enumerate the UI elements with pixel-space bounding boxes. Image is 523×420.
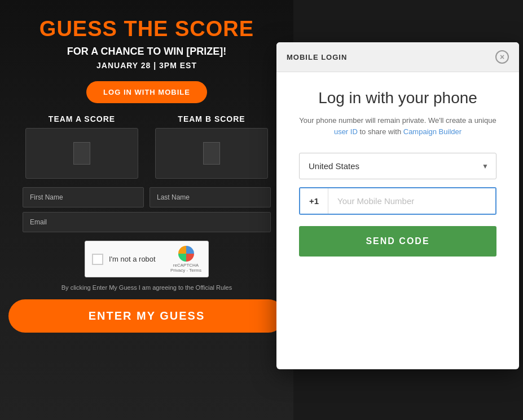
main-title: GUESS THE SCORE xyxy=(39,17,254,41)
team-b-block: TEAM B SCORE xyxy=(155,114,268,179)
modal-heading: Log in with your phone xyxy=(318,89,477,107)
modal-description: Your phone number will remain private. W… xyxy=(299,115,496,137)
recaptcha-links: Privacy - Terms xyxy=(170,268,201,273)
last-name-input[interactable] xyxy=(150,187,271,207)
team-a-label: TEAM A SCORE xyxy=(49,114,115,123)
first-name-input[interactable] xyxy=(23,187,144,207)
mobile-login-modal: MOBILE LOGIN × Log in with your phone Yo… xyxy=(276,42,519,369)
modal-body: Log in with your phone Your phone number… xyxy=(276,72,519,369)
captcha-label: I'm not a robot xyxy=(109,255,165,263)
campaign-builder-link[interactable]: Campaign Builder xyxy=(403,127,462,136)
recaptcha-brand: reCAPTCHA xyxy=(173,263,199,268)
team-b-label: TEAM B SCORE xyxy=(178,114,245,123)
login-with-mobile-button[interactable]: LOG IN WITH MOBILE xyxy=(86,81,207,103)
user-id-link[interactable]: user ID xyxy=(334,127,358,136)
phone-prefix: +1 xyxy=(300,188,328,214)
enter-my-guess-button[interactable]: ENTER MY GUESS xyxy=(8,299,285,333)
phone-input-row: +1 xyxy=(299,187,496,215)
scores-section: TEAM A SCORE TEAM B SCORE xyxy=(17,114,276,179)
email-input[interactable] xyxy=(23,212,271,232)
team-a-inner xyxy=(73,142,90,165)
team-a-input[interactable] xyxy=(25,128,138,179)
country-select[interactable]: United States Canada United Kingdom Aust… xyxy=(299,153,496,179)
team-a-block: TEAM A SCORE xyxy=(25,114,138,179)
captcha-checkbox[interactable] xyxy=(92,254,103,265)
agree-text: By clicking Enter My Guess I am agreeing… xyxy=(23,284,271,291)
captcha-widget: I'm not a robot reCAPTCHA Privacy - Term… xyxy=(85,241,209,277)
background-page: GUESS THE SCORE FOR A CHANCE TO WIN [PRI… xyxy=(0,0,293,420)
subtitle: FOR A CHANCE TO WIN [PRIZE]! xyxy=(67,46,226,58)
modal-header: MOBILE LOGIN × xyxy=(276,42,519,72)
send-code-button[interactable]: SEND CODE xyxy=(299,226,496,257)
modal-title-label: MOBILE LOGIN xyxy=(287,53,347,61)
phone-number-input[interactable] xyxy=(328,188,495,214)
name-fields xyxy=(23,187,271,207)
modal-close-button[interactable]: × xyxy=(495,50,509,64)
captcha-branding: reCAPTCHA Privacy - Terms xyxy=(170,246,201,273)
team-b-inner xyxy=(203,142,220,165)
team-b-input[interactable] xyxy=(155,128,268,179)
event-date: JANUARY 28 | 3PM EST xyxy=(96,61,197,70)
recaptcha-logo xyxy=(178,246,194,262)
country-select-wrapper: United States Canada United Kingdom Aust… xyxy=(299,153,496,179)
